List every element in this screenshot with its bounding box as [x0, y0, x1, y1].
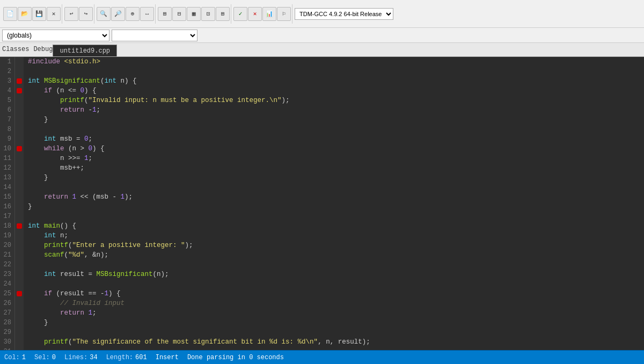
code-area[interactable]: 1#include <stdio.h>23int MSBsignificant(…	[0, 57, 644, 350]
breakpoint-col[interactable]	[15, 163, 24, 173]
breakpoint-col[interactable]	[15, 299, 24, 308]
breakpoint-col[interactable]	[15, 289, 24, 299]
code-content[interactable]: if (result == -1) {	[24, 289, 644, 299]
compiler-select[interactable]: TDM-GCC 4.9.2 64-bit Release	[295, 8, 393, 20]
zoomin-button[interactable]: 🔍	[97, 7, 111, 21]
code-content[interactable]: printf("Invalid input: n must be a posit…	[24, 96, 644, 105]
breakpoint-col[interactable]	[15, 279, 24, 289]
untitled9-tab[interactable]: untitled9.cpp	[53, 45, 117, 56]
breakpoint-col[interactable]	[15, 270, 24, 279]
layout2-button[interactable]: ⊟	[172, 7, 186, 21]
code-content[interactable]: // Invalid input	[24, 299, 644, 308]
code-content[interactable]: }	[24, 173, 644, 183]
breakpoint-col[interactable]	[15, 250, 24, 260]
open-button[interactable]: 📂	[18, 7, 32, 21]
layout3-button[interactable]: ▦	[187, 7, 201, 21]
code-content[interactable]	[24, 212, 644, 221]
line-number: 11	[0, 154, 15, 163]
zoomout-button[interactable]: 🔎	[111, 7, 125, 21]
breakpoint-col[interactable]	[15, 260, 24, 270]
line-number: 18	[0, 221, 15, 231]
code-content[interactable]	[24, 260, 644, 270]
table-row: 4 if (n <= 0) {	[0, 86, 644, 96]
function-select[interactable]	[112, 30, 197, 41]
breakpoint-col[interactable]	[15, 327, 24, 337]
code-content[interactable]: if (n <= 0) {	[24, 86, 644, 96]
breakpoint-col[interactable]	[15, 76, 24, 86]
code-content[interactable]	[24, 67, 644, 76]
scope-select[interactable]: (globals)	[2, 30, 109, 41]
code-content[interactable]: int main() {	[24, 221, 644, 231]
new-button[interactable]: 📄	[3, 7, 17, 21]
breakpoint-col[interactable]	[15, 105, 24, 115]
save-button[interactable]: 💾	[32, 7, 46, 21]
breakpoint-col[interactable]	[15, 308, 24, 318]
breakpoint-col[interactable]	[15, 173, 24, 183]
table-row: 5 printf("Invalid input: n must be a pos…	[0, 96, 644, 105]
breakpoint-col[interactable]	[15, 144, 24, 154]
code-content[interactable]: printf("The significance of the most sig…	[24, 337, 644, 347]
breakpoint-col[interactable]	[15, 67, 24, 76]
breakpoint-col[interactable]	[15, 154, 24, 163]
layout5-button[interactable]: ⊞	[216, 7, 230, 21]
breakpoint-col[interactable]	[15, 202, 24, 212]
breakpoint-col[interactable]	[15, 221, 24, 231]
replace-button[interactable]: ↔	[140, 7, 154, 21]
table-row: 13 }	[0, 173, 644, 183]
lines-value: 34	[90, 354, 97, 361]
breakpoint-col[interactable]	[15, 183, 24, 192]
breakpoint-col[interactable]	[15, 86, 24, 96]
mode-status: Insert	[156, 354, 179, 361]
chart-button[interactable]: 📊	[262, 7, 276, 21]
code-content[interactable]: printf("Enter a positive integer: ");	[24, 241, 644, 250]
code-content[interactable]: return 1 << (msb - 1);	[24, 192, 644, 202]
code-content[interactable]: msb++;	[24, 163, 644, 173]
breakpoint-col[interactable]	[15, 134, 24, 144]
code-content[interactable]	[24, 279, 644, 289]
code-content[interactable]: return -1;	[24, 105, 644, 115]
breakpoint-col[interactable]	[15, 57, 24, 67]
breakpoint-col[interactable]	[15, 347, 24, 350]
code-content[interactable]: int n;	[24, 231, 644, 241]
code-content[interactable]	[24, 125, 644, 134]
layout4-button[interactable]: ⊡	[201, 7, 215, 21]
breakpoint-col[interactable]	[15, 337, 24, 347]
breakpoint-col[interactable]	[15, 96, 24, 105]
stop-button[interactable]: ✕	[248, 7, 262, 21]
tab-bar: Classes Debug untitled9.cpp	[0, 43, 644, 57]
redo-button[interactable]: ↪	[79, 7, 93, 21]
code-content[interactable]	[24, 347, 644, 350]
debug-label[interactable]: Debug	[33, 46, 53, 55]
code-content[interactable]	[24, 183, 644, 192]
breakpoint-col[interactable]	[15, 231, 24, 241]
layout1-button[interactable]: ⊞	[158, 7, 172, 21]
close-button[interactable]: ✕	[47, 7, 61, 21]
code-content[interactable]: int MSBsignificant(int n) {	[24, 76, 644, 86]
breakpoint-col[interactable]	[15, 115, 24, 125]
code-content[interactable]: }	[24, 115, 644, 125]
breakpoint-col[interactable]	[15, 192, 24, 202]
breakpoint-col[interactable]	[15, 212, 24, 221]
classes-label[interactable]: Classes	[2, 46, 29, 55]
code-content[interactable]	[24, 327, 644, 337]
code-content[interactable]: int result = MSBsignificant(n);	[24, 270, 644, 279]
check-button[interactable]: ✓	[233, 7, 247, 21]
breakpoint-col[interactable]	[15, 318, 24, 327]
code-content[interactable]: #include <stdio.h>	[24, 57, 644, 67]
table-row: 12 msb++;	[0, 163, 644, 173]
table-row: 25 if (result == -1) {	[0, 289, 644, 299]
breakpoint-col[interactable]	[15, 125, 24, 134]
undo-button[interactable]: ↩	[64, 7, 78, 21]
line-number: 6	[0, 105, 15, 115]
code-content[interactable]: }	[24, 318, 644, 327]
code-content[interactable]: }	[24, 202, 644, 212]
code-content[interactable]: n >>= 1;	[24, 154, 644, 163]
table-row: 21 scanf("%d", &n);	[0, 250, 644, 260]
goto-button[interactable]: ⊕	[126, 7, 140, 21]
code-content[interactable]: while (n > 0) {	[24, 144, 644, 154]
code-content[interactable]: int msb = 0;	[24, 134, 644, 144]
code-content[interactable]: return 1;	[24, 308, 644, 318]
code-content[interactable]: scanf("%d", &n);	[24, 250, 644, 260]
debug-run-button[interactable]: ⚐	[277, 7, 291, 21]
breakpoint-col[interactable]	[15, 241, 24, 250]
